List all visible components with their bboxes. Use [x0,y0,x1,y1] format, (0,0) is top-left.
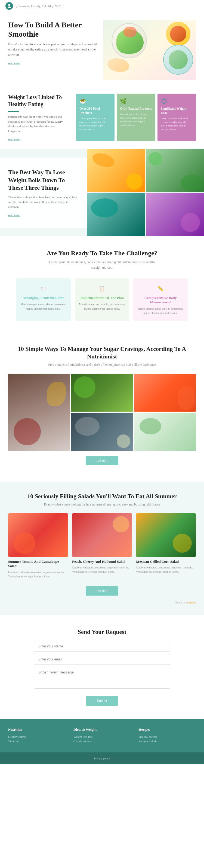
challenge-card-implementation: 📋 Implementation Of The Plan Mauris semp… [75,278,129,321]
footer-item-1-2[interactable]: Vitamins [8,740,65,743]
logo: by Samantha Cassidy, RD / May 26 2018 [5,2,64,10]
author-info: by Samantha Cassidy, RD / May 26 2018 [15,4,64,8]
implementation-title: Implementation Of The Plan [79,296,125,300]
food-products-title: Over 300 Food Products [79,106,111,115]
natural-products-title: Only Natural Products [120,106,152,111]
natural-products-desc: Lorem ipsum dolor sit amet, consectetur … [120,113,152,127]
salad-card-corn: Mexican Grilled Corn Salad Curabitur vul… [136,514,196,581]
challenge-description: Lorem ipsum dolor sit amet, consectetur … [48,260,156,270]
body-measurement-icon: 📏 [156,284,165,293]
halloumi-salad-image [72,514,132,557]
logo-icon [5,2,13,10]
weight-text: Weight Loss Linked To Healthy Eating Par… [8,94,68,141]
natural-products-icon: 🌿 [120,98,152,104]
footer-bottom: Privacy policy [0,752,204,764]
corn-salad-desc: Curabitur vulputate consectetur augue no… [136,565,196,574]
food-products-icon: 🥗 [79,98,111,104]
halloumi-salad-title: Peach, Cherry And Halloumi Salad [72,559,132,564]
tomato-salad-desc: Curabitur vulputate consectetur augue no… [8,570,68,579]
sugar-title: 10 Simple Ways To Manage Your Sugar Crav… [8,345,196,361]
footer-bottom-text: Privacy policy [94,757,110,760]
footer-item-3-2[interactable]: Summer salads [139,740,196,743]
submit-button[interactable]: Submit [86,696,118,706]
implementation-icon: 📋 [97,284,107,293]
feature-card-weight: ⚖️ Significant Weight Loss Lorem ipsum d… [157,94,196,141]
nutrition-plan-icon: 🍽️ [39,284,48,293]
best-way-description: The evidence shows that there isn't one … [8,195,79,210]
contact-section: Send Your Request Submit [0,615,204,719]
credit-link[interactable]: unsplash [186,601,196,604]
footer-title-1: Nutrition [8,727,65,732]
nutrition-plan-title: Arranging A Nutrition Plan [20,296,67,300]
contact-form: Submit [34,641,170,706]
salad-card-halloumi: Peach, Cherry And Halloumi Salad Curabit… [72,514,132,581]
hero-description: If you're turning to smoothies as part o… [8,42,98,58]
salads-description: Exactly what you're looking for in a sum… [8,502,196,506]
hero-title: How To Build A Better Smoothie [8,20,98,38]
challenge-section: Are You Ready To Take The Challenge? Lor… [0,236,204,334]
implementation-desc: Mauris semper auctor odio, ut consectetu… [79,302,125,311]
best-way-title: The Best Way To Lose Weight Boils Down T… [8,168,79,192]
challenge-card-measurement: 📏 Comprehensive Body Measurement Mauris … [133,278,188,321]
salad-card-tomato: Summer Tomato And Cantaloupe Salad Curab… [8,514,68,581]
body-measurement-title: Comprehensive Body Measurement [137,296,184,304]
message-input[interactable] [34,667,170,689]
author-text: by Samantha Cassidy, RD / May 26 2018 [15,4,64,8]
photos-credit-text: Photos by [175,601,186,604]
food-photo-3 [134,374,196,412]
weight-loss-desc: Lorem ipsum dolor sit amet, consectetur … [161,117,193,131]
best-way-image [87,149,204,236]
hero-text: How To Build A Better Smoothie If you're… [8,20,98,80]
top-bar: by Samantha Cassidy, RD / May 26 2018 [0,0,204,12]
footer-col-1: Nutrition Healthy eating Vitamins [8,727,65,744]
footer-col-2: Diets & Weight Weight loss tips Calorie … [73,727,131,744]
salad-cards: Summer Tomato And Cantaloupe Salad Curab… [8,514,196,581]
corn-salad-image [136,514,196,557]
food-photo-4 [71,413,133,451]
hero-image-bg [103,20,196,80]
weight-title: Weight Loss Linked To Healthy Eating [8,94,68,108]
footer-item-3-1[interactable]: Healthy recipes [139,735,196,738]
food-products-desc: Lorem ipsum dolor sit amet, consectetur … [79,117,111,131]
salads-title: 10 Seriously Filling Salads You'll Want … [8,493,196,500]
halloumi-salad-desc: Curabitur vulputate consectetur augue no… [72,565,132,574]
salads-section: 10 Seriously Filling Salads You'll Want … [0,482,204,615]
nutrition-plan-desc: Mauris semper auctor odio, ut consectetu… [20,302,67,311]
best-way-text: The Best Way To Lose Weight Boils Down T… [0,158,87,228]
food-photo-2 [71,374,133,412]
photos-credit: Photos by unsplash [8,601,196,604]
feature-cards: 🥗 Over 300 Food Products Lorem ipsum dol… [76,94,196,141]
challenge-cards: 🍽️ Arranging A Nutrition Plan Mauris sem… [8,278,196,321]
challenge-title: Are You Ready To Take The Challenge? [8,250,196,257]
email-input[interactable] [34,654,170,665]
weight-read-more[interactable]: read more [8,137,20,141]
footer-item-2-2[interactable]: Calorie counter [73,740,131,743]
contact-title: Send Your Request [8,628,196,636]
body-measurement-desc: Mauris semper auctor odio, ut consectetu… [137,307,184,315]
best-way-section: The Best Way To Lose Weight Boils Down T… [0,149,204,236]
sugar-section: 10 Simple Ways To Manage Your Sugar Crav… [0,334,204,482]
name-input[interactable] [34,641,170,652]
footer-col-3: Recipes Healthy recipes Summer salads [139,727,196,744]
weight-loss-title: Significant Weight Loss [161,106,193,115]
svg-point-0 [8,4,10,6]
weight-loss-icon: ⚖️ [161,98,193,104]
footer-item-2-1[interactable]: Weight loss tips [73,735,131,738]
food-photo-5 [134,413,196,451]
footer: Nutrition Healthy eating Vitamins Diets … [0,719,204,752]
sugar-read-more[interactable]: read more [86,456,118,465]
best-way-read-more[interactable]: read more [8,213,20,217]
footer-title-2: Diets & Weight [73,727,131,732]
sugar-description: Five minutes of mindfulness and a dash o… [8,363,196,367]
title-divider [8,111,19,112]
footer-item-1-1[interactable]: Healthy eating [8,735,65,738]
hero-image [103,20,196,80]
salads-read-more[interactable]: read more [86,586,118,596]
weight-section: Weight Loss Linked To Healthy Eating Par… [0,86,204,149]
weight-description: Participants who ate the most vegetables… [8,115,68,133]
feature-card-natural: 🌿 Only Natural Products Lorem ipsum dolo… [117,94,155,141]
corn-salad-title: Mexican Grilled Corn Salad [136,559,196,564]
feature-card-food: 🥗 Over 300 Food Products Lorem ipsum dol… [76,94,114,141]
hero-section: How To Build A Better Smoothie If you're… [0,12,204,86]
hero-read-more[interactable]: read more [8,61,20,65]
